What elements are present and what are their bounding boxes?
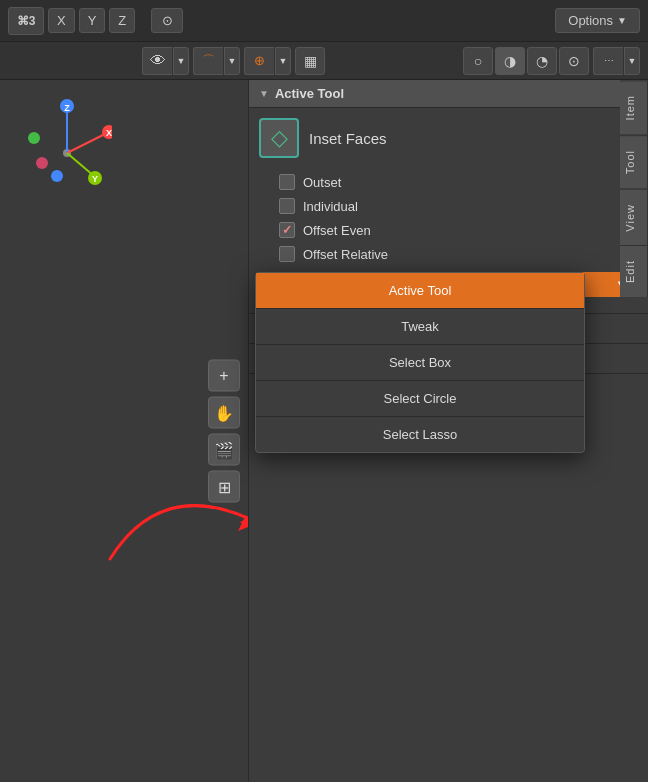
scene-extras-group: ⋯ ▼: [593, 47, 640, 75]
main-area: Z X Y + ✋ 🎬: [0, 80, 648, 782]
offset-relative-label: Offset Relative: [303, 247, 388, 262]
individual-label: Individual: [303, 199, 358, 214]
svg-marker-17: [238, 517, 248, 531]
tab-edit[interactable]: Edit: [620, 245, 648, 297]
svg-text:Y: Y: [92, 174, 98, 184]
y-axis-button[interactable]: Y: [79, 8, 106, 33]
individual-checkbox[interactable]: [279, 198, 295, 214]
dropdown-item-active-tool[interactable]: Active Tool: [256, 273, 584, 309]
drag-dropdown-popup: Active Tool Tweak Select Box Select Circ…: [255, 272, 585, 453]
svg-line-10: [67, 153, 94, 176]
axes-gizmo: Z X Y: [22, 98, 112, 188]
camera-button[interactable]: 🎬: [208, 434, 240, 466]
shading-mode-arrow[interactable]: ▼: [224, 47, 240, 75]
view-mode-icon[interactable]: 👁: [142, 47, 172, 75]
axes-svg: Z X Y: [22, 98, 112, 188]
wireframe-shade-btn[interactable]: ⊙: [559, 47, 589, 75]
offset-relative-checkbox[interactable]: [279, 246, 295, 262]
individual-row: Individual: [279, 194, 638, 218]
offset-even-label: Offset Even: [303, 223, 371, 238]
scene-extras-arrow[interactable]: ▼: [624, 47, 640, 75]
dropdown-item-select-circle[interactable]: Select Circle: [256, 381, 584, 417]
solid-shade-btn[interactable]: ○: [463, 47, 493, 75]
tool-icon: ◇: [271, 125, 288, 151]
shading-mode-group: ⌒ ▼: [193, 47, 240, 75]
offset-even-checkbox[interactable]: ✓: [279, 222, 295, 238]
outset-label: Outset: [303, 175, 341, 190]
properties-title: ▼ Active Tool: [259, 86, 344, 101]
options-button[interactable]: Options ▼: [555, 8, 640, 33]
dropdown-item-tweak[interactable]: Tweak: [256, 309, 584, 345]
outset-checkbox[interactable]: [279, 174, 295, 190]
overlay-arrow[interactable]: ▼: [275, 47, 291, 75]
right-panel: ▼ Active Tool ⠿ ◇ Inset Faces Outset Ind…: [248, 80, 648, 782]
material-shade-btn[interactable]: ◑: [495, 47, 525, 75]
transform-mode-icon[interactable]: ⌘3: [8, 7, 44, 35]
collapse-triangle[interactable]: ▼: [259, 88, 269, 99]
viewport-tools: + ✋ 🎬 ⊞: [208, 360, 240, 503]
scene-extras-icon[interactable]: ⋯: [593, 47, 623, 75]
offset-relative-row: Offset Relative: [279, 242, 638, 266]
second-toolbar: 👁 ▼ ⌒ ▼ ⊕ ▼ ▦ ○ ◑ ◔ ⊙ ⋯ ▼: [0, 42, 648, 80]
tab-view[interactable]: View: [620, 189, 648, 246]
checkmark-icon: ✓: [282, 223, 292, 237]
pan-button[interactable]: ✋: [208, 397, 240, 429]
side-tabs-container: Item Tool View Edit: [620, 80, 648, 297]
svg-marker-16: [240, 511, 248, 530]
shading-mode-icon[interactable]: ⌒: [193, 47, 223, 75]
active-tool-title: Active Tool: [275, 86, 344, 101]
properties-header: ▼ Active Tool ⠿: [249, 80, 648, 108]
dropdown-item-select-box[interactable]: Select Box: [256, 345, 584, 381]
offset-even-row: ✓ Offset Even: [279, 218, 638, 242]
x-axis-button[interactable]: X: [48, 8, 75, 33]
viewport[interactable]: Z X Y + ✋ 🎬: [0, 80, 248, 782]
zoom-in-button[interactable]: +: [208, 360, 240, 392]
svg-point-13: [28, 132, 40, 144]
tab-item[interactable]: Item: [620, 80, 648, 135]
outset-row: Outset: [279, 170, 638, 194]
tab-tool[interactable]: Tool: [620, 135, 648, 188]
tool-icon-box: ◇: [259, 118, 299, 158]
top-toolbar: ⌘3 X Y Z ⊙ Options ▼: [0, 0, 648, 42]
rendered-shade-btn[interactable]: ◔: [527, 47, 557, 75]
transform-mode-group: ⌘3: [8, 7, 44, 35]
tool-name-label: Inset Faces: [309, 130, 387, 147]
layout-icon[interactable]: ▦: [295, 47, 325, 75]
tool-header: ◇ Inset Faces: [259, 118, 638, 158]
shading-buttons: ○ ◑ ◔ ⊙: [463, 47, 589, 75]
svg-text:X: X: [106, 128, 112, 138]
dropdown-item-select-lasso[interactable]: Select Lasso: [256, 417, 584, 452]
svg-point-15: [51, 170, 63, 182]
svg-text:Z: Z: [64, 103, 70, 113]
svg-line-7: [67, 133, 107, 153]
grid-button[interactable]: ⊞: [208, 471, 240, 503]
view-mode-group: 👁 ▼: [142, 47, 189, 75]
z-axis-button[interactable]: Z: [109, 8, 135, 33]
view-mode-arrow[interactable]: ▼: [173, 47, 189, 75]
overlay-icon[interactable]: ⊕: [244, 47, 274, 75]
overlay-group: ⊕ ▼: [244, 47, 291, 75]
svg-point-14: [36, 157, 48, 169]
proportional-edit-button[interactable]: ⊙: [151, 8, 183, 33]
